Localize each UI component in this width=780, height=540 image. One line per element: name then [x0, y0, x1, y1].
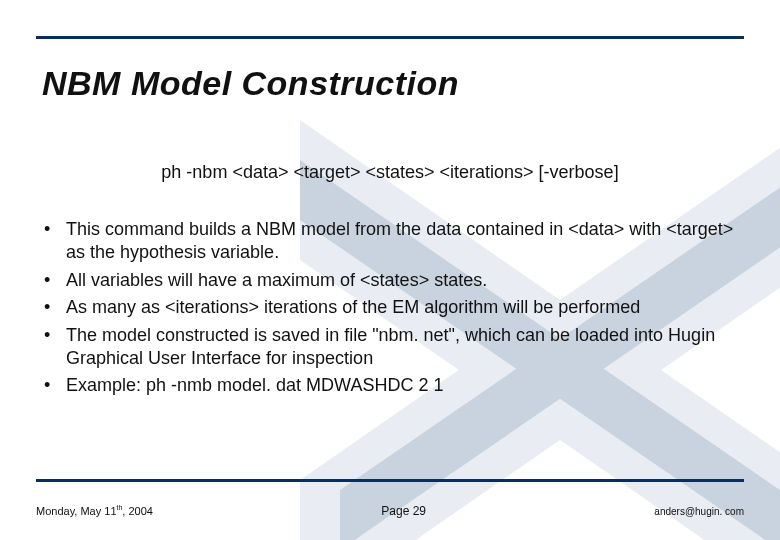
list-item-text: The model constructed is saved in file "… [66, 324, 744, 371]
list-item: • All variables will have a maximum of <… [42, 269, 744, 292]
top-divider [36, 36, 744, 39]
list-item: • The model constructed is saved in file… [42, 324, 744, 371]
bottom-divider [36, 479, 744, 482]
list-item: • Example: ph -nmb model. dat MDWASHDC 2… [42, 374, 744, 397]
footer-date-year: , 2004 [122, 505, 153, 517]
footer-page: Page 29 [381, 504, 426, 518]
command-syntax: ph -nbm <data> <target> <states> <iterat… [0, 162, 780, 183]
bullet-marker: • [42, 374, 66, 397]
list-item: • This command builds a NBM model from t… [42, 218, 744, 265]
list-item-text: This command builds a NBM model from the… [66, 218, 744, 265]
list-item-text: All variables will have a maximum of <st… [66, 269, 744, 292]
bullet-marker: • [42, 296, 66, 319]
page-title: NBM Model Construction [42, 64, 459, 103]
list-item-text: As many as <iterations> iterations of th… [66, 296, 744, 319]
bullet-marker: • [42, 269, 66, 292]
bullet-marker: • [42, 324, 66, 347]
footer-date-prefix: Monday, May 11 [36, 505, 117, 517]
list-item-text: Example: ph -nmb model. dat MDWASHDC 2 1 [66, 374, 744, 397]
footer-email: anders@hugin. com [654, 506, 744, 517]
list-item: • As many as <iterations> iterations of … [42, 296, 744, 319]
bullet-marker: • [42, 218, 66, 241]
bullet-list: • This command builds a NBM model from t… [42, 218, 744, 402]
footer: Monday, May 11th, 2004 Page 29 anders@hu… [36, 504, 744, 518]
footer-date: Monday, May 11th, 2004 [36, 504, 153, 517]
